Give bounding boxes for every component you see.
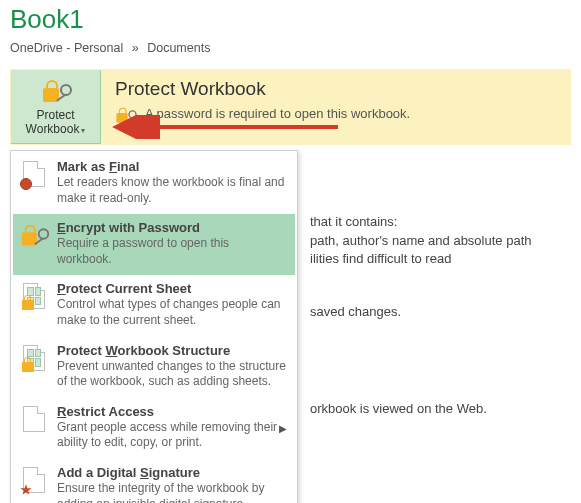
menu-item-body: Ensure the integrity of the workbook by … [57, 481, 287, 503]
menu-item-mark-as-final[interactable]: Mark as Final Let readers know the workb… [13, 153, 295, 214]
breadcrumb-separator: » [132, 41, 139, 55]
menu-item-body: Let readers know the workbook is final a… [57, 175, 287, 206]
menu-item-title: Add a Digital Signature [57, 465, 287, 480]
protect-workbook-heading: Protect Workbook [115, 78, 556, 100]
menu-item-protect-workbook-structure[interactable]: Protect Workbook Structure Prevent unwan… [13, 337, 295, 398]
breadcrumb-root[interactable]: OneDrive - Personal [10, 41, 123, 55]
digital-signature-icon [19, 465, 49, 499]
lock-key-icon [115, 106, 132, 120]
protect-structure-icon [19, 343, 49, 377]
menu-item-body: Grant people access while removing their… [57, 420, 287, 451]
breadcrumb-leaf[interactable]: Documents [147, 41, 210, 55]
menu-item-body: Prevent unwanted changes to the structur… [57, 359, 287, 390]
menu-item-protect-current-sheet[interactable]: Protect Current Sheet Control what types… [13, 275, 295, 336]
menu-item-body: Control what types of changes people can… [57, 297, 287, 328]
protect-workbook-desc: A password is required to open this work… [145, 106, 410, 121]
protect-workbook-menu: Mark as Final Let readers know the workb… [10, 150, 298, 503]
menu-item-title: Protect Workbook Structure [57, 343, 287, 358]
restrict-access-icon [19, 404, 49, 438]
protect-workbook-panel: Protect Workbook▾ Protect Workbook A pas… [10, 69, 571, 145]
menu-item-title: Mark as Final [57, 159, 287, 174]
menu-item-body: Require a password to open this workbook… [57, 236, 287, 267]
menu-item-encrypt-with-password[interactable]: Encrypt with Password Require a password… [13, 214, 295, 275]
chevron-down-icon: ▾ [81, 126, 85, 136]
breadcrumb: OneDrive - Personal » Documents [0, 41, 581, 69]
protect-workbook-button-label: Protect Workbook▾ [26, 108, 86, 137]
lock-key-icon [41, 78, 71, 104]
encrypt-icon [19, 220, 49, 254]
menu-item-title: Protect Current Sheet [57, 281, 287, 296]
submenu-arrow-icon: ▶ [279, 423, 287, 434]
menu-item-add-digital-signature[interactable]: Add a Digital Signature Ensure the integ… [13, 459, 295, 503]
menu-item-title: Restrict Access [57, 404, 287, 419]
protect-workbook-button[interactable]: Protect Workbook▾ [11, 70, 101, 144]
mark-final-icon [19, 159, 49, 193]
menu-item-title: Encrypt with Password [57, 220, 287, 235]
page-title: Book1 [0, 0, 581, 41]
protect-sheet-icon [19, 281, 49, 315]
menu-item-restrict-access[interactable]: Restrict Access Grant people access whil… [13, 398, 295, 459]
